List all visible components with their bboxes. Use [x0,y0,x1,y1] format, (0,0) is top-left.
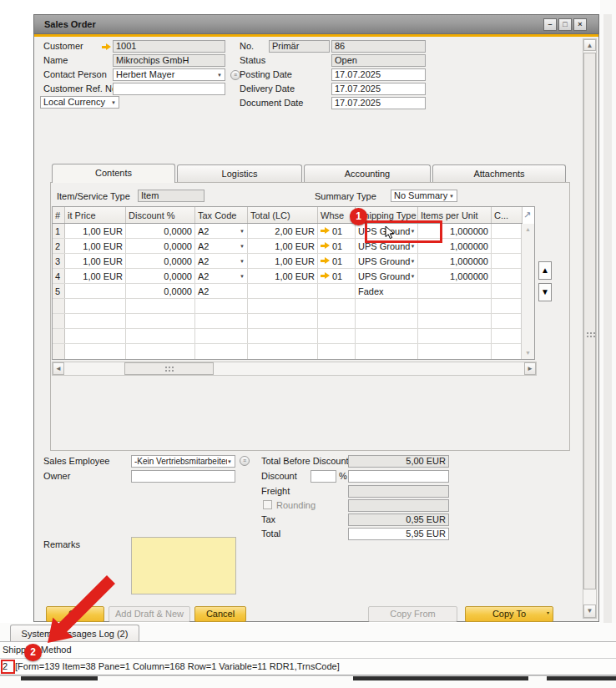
scroll-up-icon[interactable]: ▲ [583,39,596,51]
scroll-down-icon[interactable]: ▼ [583,605,596,618]
discount-percent-field[interactable] [311,470,336,483]
chevron-down-icon[interactable]: ▼ [410,244,415,249]
c-cell[interactable] [492,269,523,283]
add-draft-new-button[interactable]: Add Draft & New [109,606,190,622]
chevron-down-icon[interactable]: ▼ [240,244,245,249]
whse-cell[interactable]: 01 [318,269,356,283]
total-cell[interactable]: 1,00 EUR [248,239,318,253]
tax-code-cell[interactable]: A2▼ [195,269,248,283]
chevron-down-icon[interactable]: ▼ [410,259,415,264]
table-row[interactable]: 2 1,00 EUR 0,0000 A2▼ 1,00 EUR 01 UPS Gr… [53,239,523,254]
sales-employee-combo[interactable]: -Kein Vertriebsmitarbeiter/Käu ▼ [131,455,235,468]
table-row[interactable]: 5 0,0000 A2 Fadex [53,284,523,299]
link-arrow-icon[interactable] [321,272,330,280]
shipping-type-cell[interactable]: UPS Ground▼ [356,269,418,283]
remarks-textarea[interactable] [131,537,236,594]
link-arrow-icon[interactable] [321,227,330,235]
delivery-date-field[interactable]: 17.07.2025 [331,83,426,95]
chevron-down-icon[interactable]: ▼ [111,100,116,105]
col-header-c[interactable]: C... [492,207,523,223]
scroll-left-icon[interactable]: ◄ [53,362,64,375]
total-cell[interactable]: 1,00 EUR [248,254,318,268]
unit-price-cell[interactable] [65,284,126,298]
col-header-unit-price[interactable]: it Price [65,207,126,223]
copy-from-button[interactable]: Copy From [368,606,457,622]
unit-price-cell[interactable]: 1,00 EUR [65,224,126,238]
col-header-num[interactable]: # [53,207,65,223]
table-horizontal-scrollbar[interactable]: ◄ ► [52,362,537,376]
col-header-discount[interactable]: Discount % [126,207,195,223]
shipping-type-cell[interactable]: UPS Ground▼ [356,254,418,268]
scroll-down-icon[interactable]: ▼ [522,349,534,357]
selection-list-icon[interactable]: ≡ [240,456,250,466]
tab-contents[interactable]: Contents [52,164,175,183]
c-cell[interactable] [492,224,523,238]
c-cell[interactable] [492,254,523,268]
whse-cell[interactable]: 01 [318,254,356,268]
discount-amount-field[interactable] [348,470,449,483]
discount-cell[interactable]: 0,0000 [126,269,195,283]
scrollbar-thumb[interactable] [583,53,596,589]
table-row-empty[interactable] [53,344,523,359]
row-num[interactable]: 4 [53,269,65,283]
tax-code-cell[interactable]: A2 [195,284,248,298]
unit-price-cell[interactable]: 1,00 EUR [65,254,126,268]
items-per-unit-cell[interactable]: 1,000000 [418,269,492,283]
freight-field[interactable] [348,485,449,498]
ok-button[interactable]: OK [46,606,104,622]
row-num[interactable]: 2 [53,239,65,253]
tax-code-cell[interactable]: A2▼ [195,239,248,253]
contact-person-combo[interactable]: Herbert Mayer ▼ [113,68,225,81]
chevron-down-icon[interactable]: ▼ [449,194,454,199]
maximize-grid-icon[interactable]: ↗ [522,210,533,220]
scroll-right-icon[interactable]: ► [524,362,536,375]
items-per-unit-cell[interactable]: 1,000000 [418,254,492,268]
series-field[interactable]: Primär [269,40,330,53]
scroll-up-icon[interactable]: ▲ [522,225,534,234]
items-per-unit-cell[interactable] [418,284,492,298]
discount-cell[interactable]: 0,0000 [126,284,195,298]
move-row-up-button[interactable]: ▲ [538,261,552,280]
table-row-empty[interactable] [53,299,523,314]
whse-cell[interactable]: 01 [318,224,356,238]
item-service-type-field[interactable]: Item [138,190,204,202]
maximize-icon[interactable]: □ [558,18,572,31]
tab-attachments[interactable]: Attachments [432,164,566,183]
c-cell[interactable] [492,284,523,298]
docnum-field[interactable]: 86 [331,40,426,53]
shipping-type-cell[interactable]: Fadex [356,284,418,298]
cancel-button[interactable]: Cancel [194,606,246,622]
unit-price-cell[interactable]: 1,00 EUR [65,239,126,253]
move-row-down-button[interactable]: ▼ [538,283,552,301]
tab-accounting[interactable]: Accounting [304,164,431,183]
customer-ref-field[interactable] [113,83,225,95]
row-num[interactable]: 5 [53,284,65,298]
currency-combo[interactable]: Local Currency ▼ [40,96,119,109]
unit-price-cell[interactable]: 1,00 EUR [65,269,126,283]
summary-type-combo[interactable]: No Summary ▼ [391,190,457,202]
window-titlebar[interactable]: Sales Order – □ × [33,14,599,34]
document-date-field[interactable]: 17.07.2025 [331,97,426,109]
table-vertical-scrollbar[interactable]: ▲ ▼ [521,224,534,359]
chevron-down-icon[interactable]: ▼ [240,274,245,279]
tax-code-cell[interactable]: A2▼ [195,254,248,268]
link-arrow-icon[interactable] [102,43,111,51]
table-row[interactable]: 4 1,00 EUR 0,0000 A2▼ 1,00 EUR 01 UPS Gr… [53,269,523,284]
chevron-down-icon[interactable]: ▼ [240,259,245,264]
c-cell[interactable] [492,239,523,253]
whse-cell[interactable]: 01 [318,239,356,253]
chevron-down-icon[interactable]: ▼ [227,459,232,464]
system-messages-log-tab[interactable]: System Messages Log (2) [10,625,139,642]
total-cell[interactable] [248,284,318,298]
total-cell[interactable]: 2,00 EUR [248,224,318,238]
total-cell[interactable]: 1,00 EUR [248,269,318,283]
chevron-down-icon[interactable]: ▼ [217,73,222,78]
owner-field[interactable] [131,470,235,483]
close-icon[interactable]: × [573,18,587,31]
chevron-down-icon[interactable]: ▾ [547,606,549,620]
table-row[interactable]: 3 1,00 EUR 0,0000 A2▼ 1,00 EUR 01 UPS Gr… [53,254,523,269]
col-header-tax-code[interactable]: Tax Code [195,207,248,223]
rounding-checkbox[interactable] [263,500,272,509]
whse-cell[interactable] [318,284,356,298]
name-field[interactable]: Mikrochips GmbH [113,54,225,67]
